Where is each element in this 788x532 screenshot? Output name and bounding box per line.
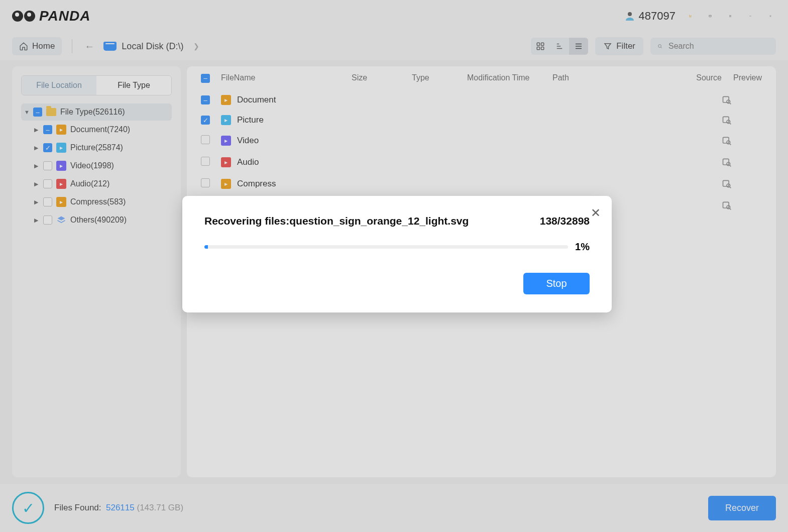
svg-line-36	[730, 187, 731, 188]
recovery-modal: ✕ Recovering files:question_sign_orange_…	[182, 196, 612, 312]
tree-item[interactable]: ▶▸Video(1998)	[21, 157, 172, 175]
tab-file-type[interactable]: File Type	[96, 76, 171, 95]
filetype-icon: ▸	[221, 179, 231, 189]
checkbox-empty[interactable]	[201, 178, 210, 187]
svg-rect-12	[537, 47, 539, 50]
drive-icon	[103, 42, 117, 51]
checkbox-checked[interactable]: ✓	[201, 116, 210, 125]
user-id: 487097	[639, 10, 676, 23]
preview-icon[interactable]	[722, 179, 732, 189]
window-minimize[interactable]	[745, 11, 756, 22]
checkbox-indeterminate[interactable]: –	[201, 95, 210, 104]
svg-rect-22	[723, 96, 729, 102]
tab-file-location[interactable]: File Location	[22, 76, 96, 95]
checkbox-empty[interactable]	[201, 135, 210, 144]
caret-down-icon: ▼	[24, 109, 29, 115]
cart-icon[interactable]	[685, 11, 696, 22]
modal-title: Recovering files:question_sign_orange_12…	[204, 215, 469, 227]
caret-right-icon: ▶	[34, 181, 39, 187]
table-row[interactable]: –▸Document	[196, 90, 767, 110]
modal-progress-count: 138/32898	[540, 215, 590, 227]
tree-item-label: Document(7240)	[70, 125, 130, 134]
caret-right-icon: ▶	[34, 199, 39, 205]
header-checkbox[interactable]: –	[201, 74, 210, 83]
col-type[interactable]: Type	[412, 73, 467, 82]
col-mod[interactable]: Modification Time	[467, 73, 552, 82]
col-size[interactable]: Size	[352, 73, 412, 82]
view-grid[interactable]	[531, 38, 550, 55]
window-close[interactable]	[765, 11, 776, 22]
menu-icon[interactable]	[725, 11, 736, 22]
progress-fill	[204, 245, 208, 249]
checkbox-indeterminate[interactable]: –	[33, 108, 42, 117]
caret-right-icon: ▶	[34, 163, 39, 169]
col-preview[interactable]: Preview	[722, 73, 762, 82]
chevron-right-icon: ❯	[188, 42, 199, 50]
svg-point-20	[658, 45, 661, 48]
svg-rect-31	[723, 159, 729, 165]
svg-rect-28	[723, 137, 729, 143]
col-path[interactable]: Path	[552, 73, 677, 82]
search-input[interactable]	[668, 42, 769, 51]
brand-logo: PANDA	[12, 8, 90, 24]
tree-item-label: Picture(25874)	[70, 143, 123, 152]
search-box[interactable]	[650, 38, 776, 55]
tree-item[interactable]: ▶✓▸Picture(25874)	[21, 139, 172, 157]
footer: ✓ Files Found: 526115 (143.71 GB) Recove…	[0, 484, 788, 532]
tree-item[interactable]: ▶–▸Document(7240)	[21, 121, 172, 139]
svg-point-2	[691, 17, 691, 18]
col-name[interactable]: FileName	[221, 73, 352, 82]
checkbox-empty[interactable]	[43, 197, 52, 206]
filter-icon	[603, 42, 612, 51]
checkbox-empty[interactable]	[43, 216, 52, 225]
tree-item[interactable]: ▶▸Audio(212)	[21, 175, 172, 193]
col-source[interactable]: Source	[677, 73, 722, 82]
filetype-icon: ▸	[221, 136, 231, 146]
filter-button[interactable]: Filter	[595, 37, 643, 55]
user-chip[interactable]: 487097	[624, 10, 676, 23]
table-row[interactable]: ✓▸Picture	[196, 110, 767, 130]
layers-icon	[56, 215, 66, 225]
table-row[interactable]: ▸Audio	[196, 152, 767, 173]
home-button[interactable]: Home	[12, 37, 62, 55]
checkbox-empty[interactable]	[43, 161, 52, 170]
svg-line-30	[730, 144, 731, 145]
preview-icon[interactable]	[722, 200, 732, 210]
recover-button[interactable]: Recover	[708, 496, 776, 520]
caret-right-icon: ▶	[34, 145, 39, 151]
toolbar: Home ← Local Disk (D:\) ❯ Filter	[0, 32, 788, 60]
stop-button[interactable]: Stop	[523, 273, 590, 294]
preview-icon[interactable]	[722, 115, 732, 125]
tree-root-label: File Type(526116)	[60, 108, 125, 117]
preview-icon[interactable]	[722, 157, 732, 167]
progress-percent: 1%	[575, 241, 590, 253]
brand-text: PANDA	[39, 8, 90, 24]
filetype-icon: ▸	[56, 197, 66, 207]
preview-icon[interactable]	[722, 95, 732, 105]
svg-rect-25	[723, 117, 729, 123]
table-row[interactable]: ▸Compress	[196, 173, 767, 195]
checkbox-empty[interactable]	[43, 179, 52, 188]
row-name: Document	[237, 95, 276, 105]
checkbox-indeterminate[interactable]: –	[43, 125, 52, 134]
nav-back[interactable]: ←	[82, 39, 96, 54]
table-row[interactable]: ▸Video	[196, 130, 767, 152]
tree-item[interactable]: ▶▸Compress(583)	[21, 193, 172, 211]
view-sort[interactable]	[550, 38, 569, 55]
modal-close[interactable]: ✕	[591, 206, 601, 220]
filetype-icon: ▸	[221, 115, 231, 125]
preview-icon[interactable]	[722, 136, 732, 146]
tree-item[interactable]: ▶Others(490209)	[21, 211, 172, 229]
progress-bar	[204, 245, 568, 249]
checkbox-checked[interactable]: ✓	[43, 143, 52, 152]
checkbox-empty[interactable]	[201, 157, 210, 166]
tree-root[interactable]: ▼ – File Type(526116)	[21, 103, 172, 121]
files-found-count: 526115	[106, 503, 135, 512]
svg-rect-34	[723, 180, 729, 186]
folder-icon	[46, 108, 56, 116]
view-list[interactable]	[569, 38, 588, 55]
breadcrumb[interactable]: Local Disk (D:\) ❯	[103, 41, 199, 52]
svg-point-0	[628, 12, 632, 16]
scan-complete-icon: ✓	[12, 492, 44, 524]
mail-icon[interactable]	[705, 11, 716, 22]
